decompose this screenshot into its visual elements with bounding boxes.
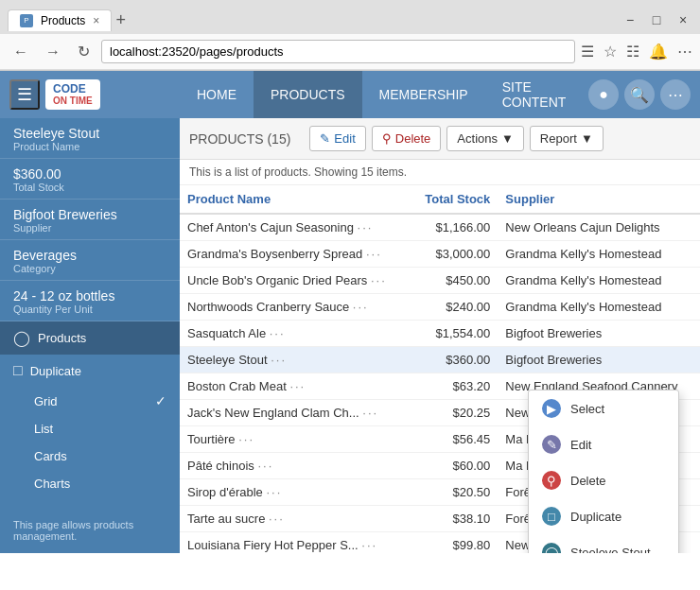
- col-supplier[interactable]: Supplier: [498, 185, 700, 214]
- tab-favicon: P: [20, 14, 33, 27]
- cell-product-name: Jack's New England Clam Ch... ···: [180, 400, 411, 426]
- nav-site-content[interactable]: SITE CONTENT: [485, 71, 588, 118]
- sidebar-qty-label: Quantity Per Unit: [13, 304, 166, 315]
- row-menu-dots[interactable]: ···: [362, 406, 378, 420]
- actions-button[interactable]: Actions ▼: [446, 126, 524, 151]
- new-tab-button[interactable]: +: [115, 11, 126, 28]
- context-menu: ▶ Select ✎ Edit ⚲ Delete □ Duplicate: [528, 390, 679, 553]
- sidebar-item-products[interactable]: ◯ Products: [0, 321, 180, 355]
- nav-circle-2[interactable]: 🔍: [624, 79, 655, 110]
- sidebar-item-charts[interactable]: Charts: [0, 470, 180, 497]
- row-menu-dots[interactable]: ···: [266, 485, 282, 499]
- ctx-duplicate-label: Duplicate: [570, 510, 621, 524]
- edit-button[interactable]: ✎ Edit: [309, 126, 365, 151]
- row-menu-dots[interactable]: ···: [238, 432, 254, 446]
- cell-total-stock: $1,554.00: [411, 321, 499, 347]
- cell-product-name: Boston Crab Meat ···: [180, 373, 411, 400]
- table-row[interactable]: Sasquatch Ale ···$1,554.00Bigfoot Brewer…: [180, 321, 700, 347]
- products-count-label: PRODUCTS (15): [189, 131, 290, 147]
- star-icon[interactable]: ☆: [604, 43, 617, 61]
- cell-total-stock: $99.80: [411, 532, 499, 554]
- sidebar-category: Beverages Category: [0, 240, 180, 281]
- sidebar-item-duplicate[interactable]: □ Duplicate: [0, 355, 180, 387]
- sidebar-item-list[interactable]: List: [0, 415, 180, 442]
- sidebar-product-name-label: Product Name: [13, 141, 166, 152]
- row-menu-dots[interactable]: ···: [270, 326, 286, 340]
- ctx-select-label: Select: [570, 402, 604, 416]
- info-text: This is a list of products. Showing 15 i…: [189, 165, 407, 179]
- report-button[interactable]: Report ▼: [530, 126, 604, 151]
- app: ☰ CODE ON TIME HOME PRODUCTS MEMBERSHIP …: [0, 71, 700, 553]
- col-total-stock[interactable]: Total Stock: [411, 185, 499, 214]
- row-menu-dots[interactable]: ···: [271, 353, 287, 367]
- table-row[interactable]: Northwoods Cranberry Sauce ···$240.00Gra…: [180, 294, 700, 321]
- nav-membership[interactable]: MEMBERSHIP: [362, 71, 485, 118]
- maximize-button[interactable]: □: [647, 12, 666, 27]
- ctx-delete[interactable]: ⚲ Delete: [529, 462, 678, 498]
- nav-products[interactable]: PRODUCTS: [254, 71, 362, 118]
- address-bar[interactable]: [101, 40, 575, 63]
- window-controls: − □ ×: [621, 12, 692, 27]
- sidebar-total-stock-label: Total Stock: [13, 182, 166, 193]
- cell-product-name: Chef Anton's Cajun Seasoning ···: [180, 214, 411, 241]
- row-menu-dots[interactable]: ···: [257, 459, 273, 473]
- back-button[interactable]: ←: [8, 42, 34, 62]
- more-icon[interactable]: ⋯: [677, 43, 692, 61]
- sidebar-duplicate-label: Duplicate: [30, 364, 81, 378]
- ctx-steeleye[interactable]: ◯ Steeleye Stout: [529, 534, 678, 553]
- tab-close-button[interactable]: ×: [93, 14, 99, 27]
- cell-total-stock: $56.45: [411, 426, 499, 453]
- tab-bar: P Products × + − □ ×: [0, 0, 700, 34]
- actions-label: Actions: [457, 131, 498, 146]
- refresh-button[interactable]: ↻: [72, 41, 96, 62]
- row-menu-dots[interactable]: ···: [371, 273, 387, 287]
- row-menu-dots[interactable]: ···: [366, 247, 382, 261]
- delete-button[interactable]: ⚲ Delete: [372, 126, 442, 151]
- edit-icon: ✎: [320, 131, 330, 146]
- cell-supplier: Bigfoot Breweries: [498, 347, 700, 373]
- row-menu-dots[interactable]: ···: [361, 538, 377, 552]
- ctx-edit[interactable]: ✎ Edit: [529, 426, 678, 462]
- nav-circle-1[interactable]: ●: [588, 79, 619, 110]
- products-icon: ◯: [13, 329, 30, 347]
- table-wrap[interactable]: Product Name Total Stock Supplier Chef A…: [180, 185, 700, 553]
- sidebar-item-cards[interactable]: Cards: [0, 442, 180, 470]
- table-row[interactable]: Steeleye Stout ···$360.00Bigfoot Breweri…: [180, 347, 700, 373]
- close-window-button[interactable]: ×: [674, 12, 692, 27]
- row-menu-dots[interactable]: ···: [358, 220, 374, 234]
- ctx-edit-label: Edit: [570, 438, 591, 452]
- table-row[interactable]: Chef Anton's Cajun Seasoning ···$1,166.0…: [180, 214, 700, 241]
- cell-supplier: Bigfoot Breweries: [498, 321, 700, 347]
- sidebar-qty: 24 - 12 oz bottles Quantity Per Unit: [0, 281, 180, 321]
- row-menu-dots[interactable]: ···: [289, 379, 306, 393]
- active-tab[interactable]: P Products ×: [8, 9, 112, 31]
- nav-circle-3[interactable]: ⋯: [660, 79, 691, 110]
- cell-product-name: Steeleye Stout ···: [180, 347, 411, 373]
- sidebar-category-value: Beverages: [13, 248, 166, 263]
- split-icon[interactable]: ☷: [626, 43, 639, 61]
- hamburger-button[interactable]: ☰: [9, 79, 40, 110]
- ctx-steeleye-label: Steeleye Stout: [570, 546, 651, 554]
- nav-home[interactable]: HOME: [180, 71, 254, 118]
- cell-product-name: Tourtière ···: [180, 426, 411, 453]
- table-row[interactable]: Uncle Bob's Organic Dried Pears ···$450.…: [180, 268, 700, 294]
- sidebar-item-grid[interactable]: Grid ✓: [0, 387, 180, 415]
- minimize-button[interactable]: −: [621, 12, 639, 27]
- browser-chrome: P Products × + − □ × ← → ↻ ☰ ☆ ☷ 🔔 ⋯: [0, 0, 700, 71]
- reader-icon[interactable]: ☰: [581, 43, 594, 61]
- row-menu-dots[interactable]: ···: [353, 300, 369, 314]
- delete-label: Delete: [395, 131, 431, 146]
- col-product-name[interactable]: Product Name: [180, 185, 411, 214]
- cell-product-name: Sasquatch Ale ···: [180, 321, 411, 347]
- forward-button[interactable]: →: [40, 42, 66, 62]
- ctx-select[interactable]: ▶ Select: [529, 390, 678, 426]
- report-label: Report: [540, 131, 577, 146]
- report-chevron-icon: ▼: [581, 131, 593, 146]
- sidebar-qty-value: 24 - 12 oz bottles: [13, 288, 166, 304]
- duplicate-icon: □: [13, 362, 23, 379]
- profile-icon[interactable]: 🔔: [649, 43, 668, 61]
- ctx-duplicate[interactable]: □ Duplicate: [529, 498, 678, 534]
- table-row[interactable]: Grandma's Boysenberry Spread ···$3,000.0…: [180, 241, 700, 268]
- nav-bar: ← → ↻ ☰ ☆ ☷ 🔔 ⋯: [0, 34, 700, 70]
- row-menu-dots[interactable]: ···: [269, 512, 285, 526]
